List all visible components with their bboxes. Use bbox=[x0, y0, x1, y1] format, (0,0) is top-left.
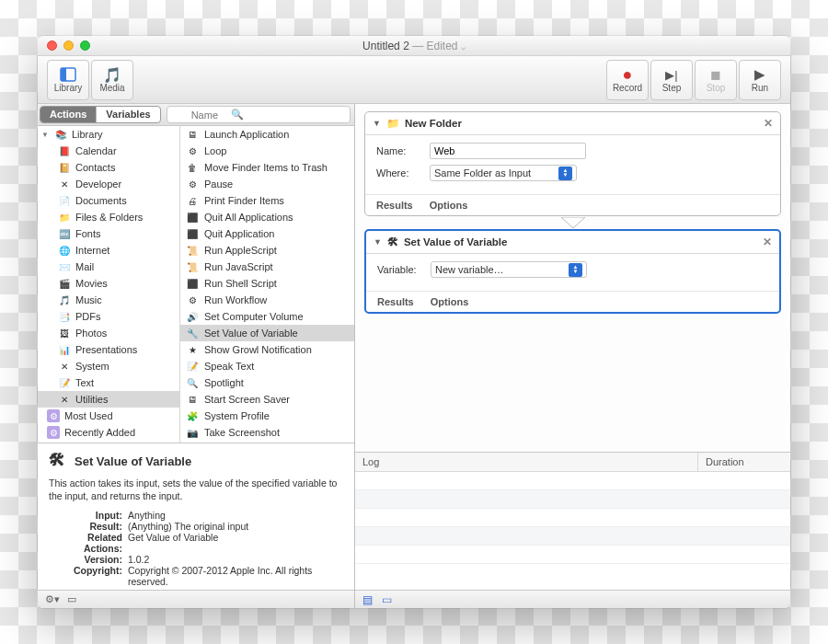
action-list-item[interactable]: 🔧Set Value of Variable bbox=[180, 325, 354, 341]
category-icon: 📕 bbox=[58, 144, 71, 157]
action-list-item[interactable]: 🖥Start Screen Saver bbox=[180, 391, 354, 408]
action-list-item[interactable]: ⚙Pause bbox=[180, 176, 354, 192]
category-icon: 📊 bbox=[58, 343, 71, 356]
disclosure-icon[interactable]: ▼ bbox=[373, 119, 381, 128]
tree-item[interactable]: ✕Utilities bbox=[38, 391, 179, 408]
action-list-item[interactable]: ★Show Growl Notification bbox=[180, 341, 354, 358]
tree-item[interactable]: 📑PDFs bbox=[38, 308, 179, 325]
action-list-item[interactable]: ⚙Run Workflow bbox=[180, 292, 354, 308]
popup-arrow-icon: ▲▼ bbox=[569, 263, 582, 277]
action-list-item[interactable]: 🧩System Profile bbox=[180, 408, 354, 424]
action-list-item[interactable]: ⬛Quit All Applications bbox=[180, 209, 354, 225]
action-list-item[interactable]: 📜Run AppleScript bbox=[180, 242, 354, 259]
popup-arrow-icon: ▲▼ bbox=[558, 167, 572, 180]
remove-action-button[interactable]: ✕ bbox=[764, 117, 773, 130]
log-view-icon[interactable]: ▭ bbox=[382, 593, 392, 606]
workflow-view-icon[interactable]: ▤ bbox=[362, 593, 373, 606]
tree-item[interactable]: ✕Developer bbox=[38, 176, 179, 192]
action-list-item[interactable]: 🖨Print Finder Items bbox=[180, 192, 354, 209]
options-tab[interactable]: Options bbox=[431, 296, 469, 307]
gear-menu-icon[interactable]: ⚙︎▾ bbox=[45, 593, 60, 605]
action-icon: ⬛ bbox=[186, 277, 199, 290]
options-tab[interactable]: Options bbox=[430, 200, 468, 211]
tree-item[interactable]: ⚙Most Used bbox=[38, 408, 179, 424]
media-icon: 🎵 bbox=[104, 66, 121, 83]
workflow-action-new-folder[interactable]: ▼ 📁 New Folder ✕ Name: Where: bbox=[364, 111, 781, 216]
search-field[interactable]: 🔍 bbox=[167, 106, 351, 123]
action-list-item[interactable]: 🖥Launch Application bbox=[180, 126, 354, 143]
results-tab[interactable]: Results bbox=[376, 200, 413, 211]
action-icon: 📜 bbox=[186, 244, 199, 257]
tree-item[interactable]: 🖼Photos bbox=[38, 325, 179, 341]
log-column-header[interactable]: Log bbox=[355, 453, 698, 471]
tree-item[interactable]: 📊Presentations bbox=[38, 341, 179, 358]
tree-item[interactable]: 📕Calendar bbox=[38, 143, 179, 159]
tree-item[interactable]: 🌐Internet bbox=[38, 242, 179, 259]
tree-item[interactable]: 📄Documents bbox=[38, 192, 179, 209]
variable-label: Variable: bbox=[377, 264, 423, 275]
actions-list[interactable]: 🖥Launch Application⚙Loop🗑Move Finder Ite… bbox=[180, 126, 354, 443]
action-icon: 🔊 bbox=[186, 310, 199, 323]
svg-rect-1 bbox=[61, 68, 66, 81]
tree-item[interactable]: ⚙Recently Added bbox=[38, 424, 179, 441]
disclosure-icon: ▼ bbox=[41, 131, 49, 139]
action-icon: 🖨 bbox=[186, 194, 199, 207]
action-list-item[interactable]: 📝Speak Text bbox=[180, 358, 354, 374]
action-icon: ⚙ bbox=[186, 293, 199, 306]
folder-name-input[interactable] bbox=[430, 143, 586, 159]
info-description: This action takes its input, sets the va… bbox=[49, 477, 343, 502]
preview-toggle-icon[interactable]: ▭ bbox=[67, 593, 76, 605]
automator-window: Untitled 2 — Edited ⌵ Library🎵Media ●Rec… bbox=[38, 36, 790, 608]
action-title: Set Value of Variable bbox=[404, 236, 508, 247]
title-chevron-icon[interactable]: ⌵ bbox=[461, 42, 466, 52]
action-icon: ⚙ bbox=[186, 144, 199, 157]
stop-icon: ◼ bbox=[707, 66, 724, 83]
library-button[interactable]: Library bbox=[47, 60, 89, 100]
action-title: New Folder bbox=[405, 118, 462, 129]
action-list-item[interactable]: 📜Run JavaScript bbox=[180, 259, 354, 275]
action-list-item[interactable]: ⬛Run Shell Script bbox=[180, 275, 354, 292]
variable-popup[interactable]: New variable… ▲▼ bbox=[431, 261, 587, 278]
stop-button[interactable]: ◼Stop bbox=[695, 60, 737, 100]
step-button[interactable]: ▶|Step bbox=[650, 60, 693, 100]
action-list-item[interactable]: 📷Take Screenshot bbox=[180, 424, 354, 441]
tree-item[interactable]: ✉️Mail bbox=[38, 259, 179, 275]
tree-item[interactable]: 📝Text bbox=[38, 374, 179, 391]
action-icon: 🔧 bbox=[186, 327, 199, 339]
action-list-item[interactable]: ⬛Quit Application bbox=[180, 225, 354, 242]
action-icon: 🔍 bbox=[186, 376, 199, 389]
tree-item[interactable]: 📔Contacts bbox=[38, 159, 179, 176]
folder-icon: 📁 bbox=[386, 117, 399, 130]
action-icon: 🖥 bbox=[186, 128, 199, 141]
action-icon: 🖥 bbox=[186, 393, 199, 406]
library-tree[interactable]: ▼📚Library📕Calendar📔Contacts✕Developer📄Do… bbox=[38, 126, 180, 443]
run-button[interactable]: ▶Run bbox=[739, 60, 781, 100]
duration-column-header[interactable]: Duration bbox=[698, 453, 790, 471]
tab-variables[interactable]: Variables bbox=[96, 107, 159, 122]
action-list-item[interactable]: ⚙Loop bbox=[180, 143, 354, 159]
action-info: 🛠Set Value of Variable This action takes… bbox=[38, 443, 354, 590]
workflow-action-set-variable[interactable]: ▼ 🛠 Set Value of Variable ✕ Variable: Ne… bbox=[364, 229, 781, 314]
category-icon: 🎬 bbox=[58, 277, 71, 290]
tree-item[interactable]: ✕System bbox=[38, 358, 179, 374]
tree-item[interactable]: 📁Files & Folders bbox=[38, 209, 179, 225]
where-popup[interactable]: Same Folder as Input ▲▼ bbox=[430, 165, 577, 181]
action-icon: ⬛ bbox=[186, 227, 199, 240]
tab-actions[interactable]: Actions bbox=[40, 107, 96, 122]
results-tab[interactable]: Results bbox=[377, 296, 414, 307]
search-input[interactable] bbox=[167, 106, 351, 123]
action-list-item[interactable]: 🔊Set Computer Volume bbox=[180, 308, 354, 325]
action-icon: ★ bbox=[186, 343, 199, 356]
record-button[interactable]: ●Record bbox=[606, 60, 649, 100]
tree-item[interactable]: 🎵Music bbox=[38, 292, 179, 308]
tree-item[interactable]: 🔤Fonts bbox=[38, 225, 179, 242]
action-list-item[interactable]: 🗑Move Finder Items to Trash bbox=[180, 159, 354, 176]
tree-item[interactable]: 🎬Movies bbox=[38, 275, 179, 292]
workflow-canvas[interactable]: ▼ 📁 New Folder ✕ Name: Where: bbox=[355, 104, 790, 452]
media-button[interactable]: 🎵Media bbox=[91, 60, 133, 100]
remove-action-button[interactable]: ✕ bbox=[763, 236, 772, 248]
disclosure-icon[interactable]: ▼ bbox=[374, 237, 382, 247]
action-list-item[interactable]: 🔍Spotlight bbox=[180, 374, 354, 391]
record-icon: ● bbox=[619, 66, 636, 83]
tree-root-library[interactable]: ▼📚Library bbox=[38, 126, 179, 143]
